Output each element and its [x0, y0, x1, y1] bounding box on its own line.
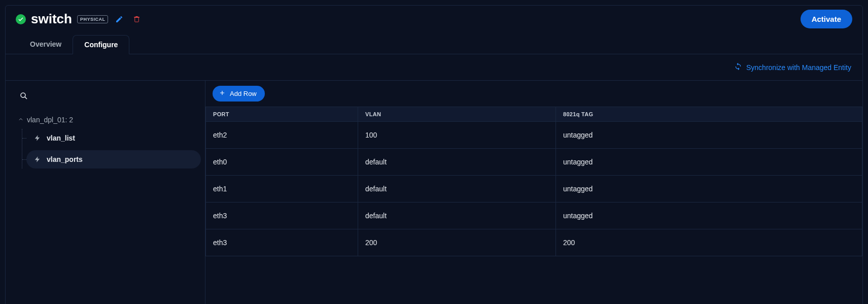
sidebar: vlan_dpl_01: 2 vlan_list vlan_ports: [6, 81, 205, 304]
bolt-icon: [33, 134, 42, 142]
cell-port: eth1: [206, 176, 358, 202]
cell-port: eth3: [206, 229, 358, 256]
tab-configure[interactable]: Configure: [73, 35, 129, 54]
edit-icon[interactable]: [113, 13, 125, 25]
bolt-icon: [33, 155, 42, 163]
col-tag[interactable]: 8021q TAG: [556, 107, 862, 122]
cell-tag: 200: [556, 229, 862, 256]
cell-vlan: 200: [358, 229, 556, 256]
tab-overview[interactable]: Overview: [19, 35, 73, 54]
page-title: switch: [31, 11, 72, 27]
data-table: PORT VLAN 8021q TAG eth2 100 untagged et…: [205, 107, 862, 256]
toolbar: Synchronize with Managed Entity: [6, 54, 862, 81]
cell-tag: untagged: [556, 176, 862, 202]
add-row-button[interactable]: Add Row: [213, 86, 265, 102]
cell-tag: untagged: [556, 202, 862, 229]
col-port[interactable]: PORT: [206, 107, 358, 122]
status-ok-icon: [16, 14, 26, 24]
table-row[interactable]: eth3 200 200: [206, 229, 862, 256]
table-row[interactable]: eth2 100 untagged: [206, 122, 862, 149]
tree-item-label: vlan_list: [47, 134, 75, 142]
sync-icon: [734, 62, 742, 72]
cell-vlan: default: [358, 149, 556, 176]
header: switch PHYSICAL Activate: [6, 6, 862, 28]
main-panel: Add Row PORT VLAN 8021q TAG eth2: [205, 81, 862, 304]
tree-item-vlan-ports[interactable]: vlan_ports: [26, 150, 201, 168]
cell-vlan: default: [358, 176, 556, 202]
add-row-label: Add Row: [230, 90, 257, 97]
cell-vlan: default: [358, 202, 556, 229]
tree-item-vlan-list[interactable]: vlan_list: [26, 129, 201, 147]
activate-button[interactable]: Activate: [801, 10, 852, 28]
chevron-up-icon: [18, 116, 24, 124]
cell-tag: untagged: [556, 122, 862, 149]
table-row[interactable]: eth0 default untagged: [206, 149, 862, 176]
plus-icon: [219, 89, 226, 98]
cell-port: eth0: [206, 149, 358, 176]
physical-badge: PHYSICAL: [77, 15, 109, 23]
cell-tag: untagged: [556, 149, 862, 176]
svg-point-0: [21, 93, 25, 97]
table-row[interactable]: eth3 default untagged: [206, 202, 862, 229]
tabs: Overview Configure: [6, 35, 862, 54]
tree-item-label: vlan_ports: [47, 155, 83, 163]
cell-vlan: 100: [358, 122, 556, 149]
tree-root[interactable]: vlan_dpl_01: 2: [15, 114, 201, 126]
table-row[interactable]: eth1 default untagged: [206, 176, 862, 202]
svg-line-1: [25, 97, 27, 99]
cell-port: eth3: [206, 202, 358, 229]
delete-icon[interactable]: [130, 13, 143, 25]
tree-root-label: vlan_dpl_01: 2: [27, 116, 73, 124]
search-icon[interactable]: [18, 90, 30, 102]
col-vlan[interactable]: VLAN: [358, 107, 556, 122]
sync-label: Synchronize with Managed Entity: [746, 63, 851, 72]
cell-port: eth2: [206, 122, 358, 149]
sync-link[interactable]: Synchronize with Managed Entity: [734, 62, 851, 72]
